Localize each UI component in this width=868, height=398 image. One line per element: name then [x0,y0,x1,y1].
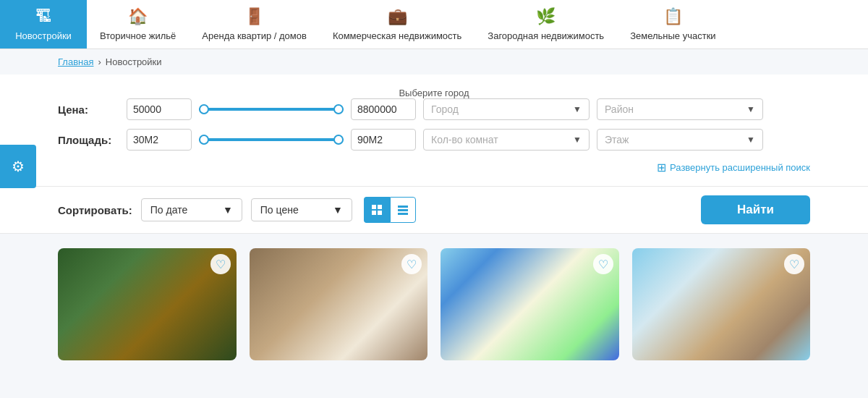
svg-rect-2 [372,211,376,215]
nav-zagorodnaya-label: Загородная недвижимость [488,30,604,41]
city-select-label: Выберите город [58,85,810,98]
floor-dropdown-arrow: ▼ [746,135,755,145]
city-dropdown-arrow: ▼ [573,104,582,114]
sort-date-arrow: ▼ [223,204,233,216]
left-sidebar: ⚙ [0,145,36,188]
nav-arenda-label: Аренда квартир / домов [202,30,307,41]
sort-price-label: По цене [260,204,299,216]
nav-kommercheskaya-label: Коммерческая недвижимость [333,30,461,41]
listing-card-2: ♡ [250,248,428,360]
svg-rect-3 [378,211,382,215]
listing-card-4: ♡ [632,248,811,360]
city-dropdown[interactable]: Город ▼ [423,98,590,120]
filter-row-area: Площадь: Кол-во комнат ▼ Этаж ▼ [58,129,810,151]
price-min-input[interactable] [127,98,192,120]
svg-rect-4 [398,206,408,208]
find-button[interactable]: Найти [701,195,810,224]
favorite-button-2[interactable]: ♡ [401,254,422,274]
price-label: Цена: [58,103,119,116]
area-max-input[interactable] [351,129,416,151]
area-min-input[interactable] [127,129,192,151]
nav-kommercheskaya[interactable]: 💼 Коммерческая недвижимость [320,0,475,48]
favorite-button-4[interactable]: ♡ [784,254,804,274]
svg-rect-6 [398,213,408,215]
novostroyki-icon: 🏗 [35,7,51,26]
price-range-slider[interactable] [199,108,344,111]
favorite-button-3[interactable]: ♡ [593,254,613,274]
breadcrumb: Главная › Новостройки [0,49,868,75]
sort-label: Сортировать: [58,204,132,216]
expand-search-link[interactable]: ⊞ Развернуть расширенный поиск [58,159,810,179]
view-toggle [364,197,416,223]
breadcrumb-current: Новостройки [106,56,162,67]
floor-dropdown[interactable]: Этаж ▼ [597,129,763,151]
price-max-input[interactable] [351,98,416,120]
kommercheskaya-icon: 💼 [388,7,407,26]
sort-date-dropdown[interactable]: По дате ▼ [141,198,242,221]
svg-rect-1 [378,205,382,209]
main-nav: 🏗 Новостройки 🏠 Вторичное жильё 🚪 Аренда… [0,0,868,49]
list-icon [397,204,409,216]
listing-card-3: ♡ [441,248,619,360]
price-range-thumb-left[interactable] [199,104,209,114]
listings-grid: ♡ ♡ ♡ ♡ [0,234,868,375]
rayon-dropdown-arrow: ▼ [746,104,755,114]
area-range-thumb-left[interactable] [199,135,209,145]
expand-label: Развернуть расширенный поиск [670,162,810,173]
zemelnie-icon: 📋 [663,7,683,26]
area-range-slider[interactable] [199,138,344,141]
nav-zemelnie-label: Земельные участки [630,30,715,41]
price-range-track [199,108,344,111]
nav-novostroyki[interactable]: 🏗 Новостройки [0,0,87,48]
price-range-thumb-right[interactable] [333,104,344,114]
filter-row-price: Цена: Город ▼ Район ▼ [58,98,810,120]
nav-zagorodnaya[interactable]: 🌿 Загородная недвижимость [475,0,617,48]
listing-card-1: ♡ [58,248,237,360]
svg-rect-5 [398,209,408,211]
nav-novostroyki-label: Новостройки [15,30,72,41]
settings-icon[interactable]: ⚙ [6,152,30,181]
sort-price-dropdown[interactable]: По цене ▼ [251,198,352,221]
filter-area: Выберите город Цена: Город ▼ Район ▼ Пло… [0,75,868,187]
area-range-thumb-right[interactable] [333,135,344,145]
floor-dropdown-label: Этаж [605,134,629,145]
grid-icon [371,204,383,216]
breadcrumb-home[interactable]: Главная [58,56,93,67]
svg-rect-0 [372,205,376,209]
nav-zemelnie[interactable]: 📋 Земельные участки [617,0,728,48]
rooms-dropdown-arrow: ▼ [573,135,582,145]
city-dropdown-label: Город [431,103,459,115]
rooms-dropdown[interactable]: Кол-во комнат ▼ [423,129,590,151]
rayon-dropdown[interactable]: Район ▼ [597,98,763,120]
list-view-button[interactable] [390,197,416,223]
nav-arenda[interactable]: 🚪 Аренда квартир / домов [189,0,320,48]
nav-vtorichnoe[interactable]: 🏠 Вторичное жильё [87,0,189,48]
area-range-track [199,138,344,141]
rayon-dropdown-label: Район [605,103,634,115]
grid-view-button[interactable] [364,197,390,223]
favorite-button-1[interactable]: ♡ [210,254,231,274]
zagorodnaya-icon: 🌿 [536,7,556,26]
rooms-dropdown-label: Кол-во комнат [431,134,498,145]
sort-bar: Сортировать: По дате ▼ По цене ▼ Найти [0,187,868,234]
vtorichnoe-icon: 🏠 [128,7,148,26]
breadcrumb-separator: › [98,56,101,67]
sort-price-arrow: ▼ [333,204,343,216]
expand-icon: ⊞ [657,161,666,174]
area-label: Площадь: [58,134,119,146]
nav-vtorichnoe-label: Вторичное жильё [100,30,176,41]
sort-date-label: По дате [150,204,187,216]
arenda-icon: 🚪 [244,7,264,26]
